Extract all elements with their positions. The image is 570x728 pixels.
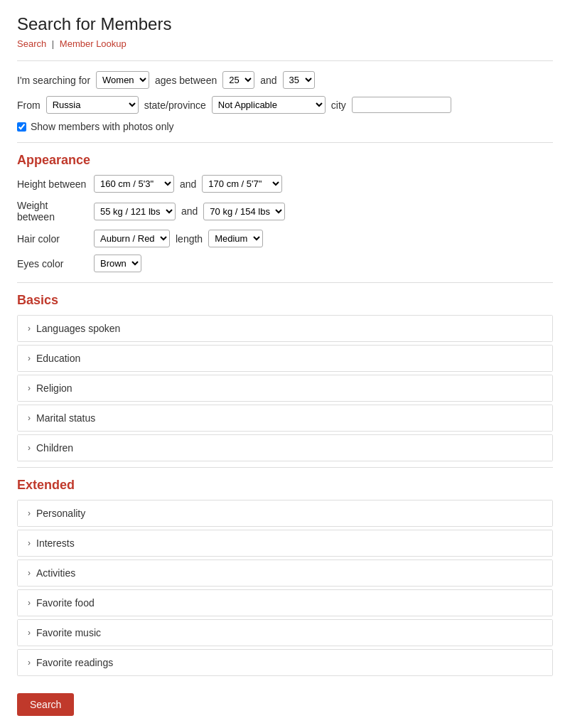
hair-color-row: Hair color Black Blonde Brown Auburn / R…: [17, 230, 553, 247]
extended-title: Extended: [17, 478, 553, 493]
hair-length-select[interactable]: Short Medium Long: [208, 230, 263, 247]
basics-children-label: Children: [36, 442, 73, 454]
age-min-select[interactable]: 18192021 22232425 2627282930: [222, 71, 254, 89]
extended-personality: › Personality: [17, 500, 553, 527]
show-photos-checkbox[interactable]: [17, 122, 26, 132]
chevron-right-icon: ›: [28, 353, 31, 363]
basics-children: › Children: [17, 434, 553, 461]
extended-interests: › Interests: [17, 530, 553, 557]
search-criteria-row1: I'm searching for Women Men ages between…: [17, 71, 553, 89]
basics-education: › Education: [17, 345, 553, 372]
extended-favorite-readings-header[interactable]: › Favorite readings: [18, 650, 552, 675]
basics-marital-label: Marital status: [36, 412, 95, 424]
top-divider: [17, 60, 553, 61]
eyes-color-label: Eyes color: [17, 258, 88, 269]
hair-color-label: Hair color: [17, 233, 88, 245]
weight-min-select[interactable]: 45 kg / 99 lbs 50 kg / 110 lbs 55 kg / 1…: [94, 203, 176, 220]
basics-education-header[interactable]: › Education: [18, 346, 552, 371]
chevron-right-icon: ›: [28, 443, 31, 453]
breadcrumb: Search | Member Lookup: [17, 38, 553, 49]
extended-divider: [17, 467, 553, 468]
appearance-section: Appearance Height between 150 cm / 4'11"…: [17, 153, 553, 272]
height-max-select[interactable]: 160 cm / 5'3" 165 cm / 5'5" 170 cm / 5'7…: [202, 175, 282, 193]
basics-religion: › Religion: [17, 375, 553, 402]
extended-favorite-food: › Favorite food: [17, 589, 553, 616]
country-select[interactable]: Russia United States Ukraine: [46, 96, 139, 114]
hair-color-select[interactable]: Black Blonde Brown Auburn / Red Gray: [94, 230, 170, 247]
weight-row: Weight between 45 kg / 99 lbs 50 kg / 11…: [17, 200, 553, 223]
ages-between-label: ages between: [155, 75, 217, 86]
extended-favorite-food-header[interactable]: › Favorite food: [18, 590, 552, 616]
basics-languages-header[interactable]: › Languages spoken: [18, 316, 552, 341]
weight-max-select[interactable]: 60 kg / 132 lbs 65 kg / 143 lbs 70 kg / …: [203, 203, 285, 220]
chevron-right-icon: ›: [28, 323, 31, 333]
basics-education-label: Education: [36, 353, 80, 364]
chevron-right-icon: ›: [28, 598, 31, 608]
basics-languages-label: Languages spoken: [36, 323, 120, 334]
eyes-color-select[interactable]: Blue Green Brown Hazel Gray: [94, 255, 141, 272]
city-label: city: [331, 100, 346, 111]
extended-interests-label: Interests: [36, 537, 75, 549]
basics-title: Basics: [17, 293, 553, 308]
height-min-select[interactable]: 150 cm / 4'11" 155 cm / 5'1" 160 cm / 5'…: [94, 175, 174, 193]
from-label: From: [17, 100, 41, 111]
chevron-right-icon: ›: [28, 568, 31, 578]
extended-activities-header[interactable]: › Activities: [18, 560, 552, 586]
show-photos-label: Show members with photos only: [31, 121, 174, 132]
and-label-height: and: [180, 178, 196, 190]
extended-favorite-music-label: Favorite music: [36, 627, 101, 638]
state-select[interactable]: Not Applicable Other: [212, 96, 326, 114]
appearance-title: Appearance: [17, 153, 553, 168]
basics-divider: [17, 282, 553, 283]
show-photos-row: Show members with photos only: [17, 121, 553, 132]
chevron-right-icon: ›: [28, 628, 31, 638]
city-input[interactable]: [352, 97, 451, 113]
extended-personality-header[interactable]: › Personality: [18, 500, 552, 526]
page-title: Search for Members: [17, 14, 553, 34]
extended-activities: › Activities: [17, 560, 553, 587]
breadcrumb-search-link[interactable]: Search: [17, 38, 46, 49]
eyes-color-row: Eyes color Blue Green Brown Hazel Gray: [17, 255, 553, 272]
extended-favorite-music: › Favorite music: [17, 619, 553, 646]
basics-section: Basics › Languages spoken › Education › …: [17, 293, 553, 461]
chevron-right-icon: ›: [28, 413, 31, 423]
state-province-label: state/province: [144, 100, 206, 111]
chevron-right-icon: ›: [28, 383, 31, 393]
basics-children-header[interactable]: › Children: [18, 435, 552, 461]
searching-for-label: I'm searching for: [17, 75, 90, 86]
basics-marital-status: › Marital status: [17, 405, 553, 432]
age-max-select[interactable]: 253035 4045505560: [283, 71, 315, 89]
chevron-right-icon: ›: [28, 658, 31, 668]
search-button[interactable]: Search: [17, 693, 74, 716]
extended-section: Extended › Personality › Interests › Act…: [17, 478, 553, 676]
extended-favorite-readings-label: Favorite readings: [36, 657, 113, 668]
extended-activities-label: Activities: [36, 567, 75, 579]
extended-favorite-food-label: Favorite food: [36, 597, 95, 609]
appearance-divider: [17, 142, 553, 143]
weight-label: Weight between: [17, 200, 88, 223]
and-label-age: and: [260, 75, 276, 86]
height-row: Height between 150 cm / 4'11" 155 cm / 5…: [17, 175, 553, 193]
height-label: Height between: [17, 178, 88, 190]
and-label-weight: and: [181, 205, 198, 217]
basics-languages: › Languages spoken: [17, 315, 553, 342]
extended-interests-header[interactable]: › Interests: [18, 530, 552, 556]
chevron-right-icon: ›: [28, 508, 31, 518]
basics-marital-header[interactable]: › Marital status: [18, 405, 552, 431]
extended-favorite-readings: › Favorite readings: [17, 649, 553, 676]
search-criteria-row2: From Russia United States Ukraine state/…: [17, 96, 553, 114]
basics-religion-header[interactable]: › Religion: [18, 375, 552, 401]
basics-religion-label: Religion: [36, 382, 72, 394]
gender-select[interactable]: Women Men: [96, 71, 149, 89]
chevron-right-icon: ›: [28, 538, 31, 548]
extended-personality-label: Personality: [36, 508, 85, 519]
length-label: length: [176, 233, 203, 245]
breadcrumb-separator: |: [52, 38, 54, 49]
breadcrumb-member-lookup-link[interactable]: Member Lookup: [60, 38, 127, 49]
extended-favorite-music-header[interactable]: › Favorite music: [18, 620, 552, 646]
